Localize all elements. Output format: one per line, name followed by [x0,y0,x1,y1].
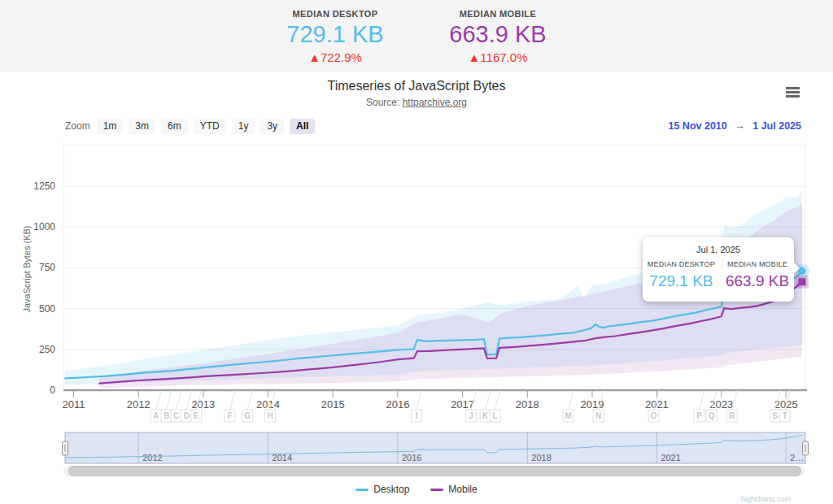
httparchive-timeseries-page: MEDIAN DESKTOP 729.1 KB ▲722.9% MEDIAN M… [0,0,833,504]
x-axis-tick-label: 2018 [516,398,539,411]
svg-text:I: I [416,411,418,420]
tooltip-value: 663.9 KB [726,272,789,290]
tooltip-desktop-col: MEDIAN DESKTOP 729.1 KB [648,260,715,290]
svg-text:D: D [184,411,190,420]
svg-text:N: N [595,411,601,420]
x-axis-tick-label: 2011 [62,398,85,411]
svg-text:E: E [194,411,199,420]
x-axis-tick-label: 2017 [451,398,474,411]
svg-text:S: S [772,411,778,420]
legend-item-desktop[interactable]: Desktop [355,484,409,495]
chart-legend: DesktopMobile [0,484,833,495]
y-axis-tick-label: 1250 [33,180,55,192]
x-axis-tick-label: 2015 [321,398,345,411]
y-axis-tick-label: 0 [50,385,55,396]
svg-text:K: K [482,411,489,420]
svg-text:H: H [267,411,273,420]
tooltip-date: Jul 1, 2025 [643,245,794,254]
y-axis-tick-label: 1000 [33,221,55,232]
svg-text:J: J [469,411,473,420]
highcharts-credit-link[interactable]: highcharts.com [741,495,791,503]
tooltip-label: MEDIAN MOBILE [726,260,789,268]
chart-tooltip: Jul 1, 2025 MEDIAN DESKTOP 729.1 KB MEDI… [643,237,794,302]
svg-text:O: O [651,411,657,420]
marker-mobile-point[interactable] [799,278,806,285]
x-axis-tick-label: 2019 [581,398,604,411]
y-axis-tick-label: 750 [39,262,55,273]
svg-text:F: F [228,411,233,420]
tooltip-value: 729.1 KB [648,272,715,290]
svg-text:C: C [173,411,179,420]
y-axis-tick-label: 500 [39,303,55,315]
legend-line-swatch [430,489,443,491]
x-axis-tick-label: 2012 [127,398,150,411]
navigator-year-label: 2… [790,453,804,463]
legend-line-swatch [355,489,369,491]
svg-text:Q: Q [709,411,715,420]
tooltip-columns: MEDIAN DESKTOP 729.1 KB MEDIAN MOBILE 66… [643,260,794,290]
svg-text:R: R [729,411,735,420]
scrollbar-thumb[interactable] [68,466,801,476]
x-axis-tick-label: 2021 [645,398,669,411]
x-axis-tick-label: 2016 [386,398,409,411]
legend-label: Mobile [448,484,477,495]
y-axis-tick-label: 250 [39,344,55,355]
svg-text:M: M [565,411,571,420]
svg-text:L: L [493,411,498,420]
legend-item-mobile[interactable]: Mobile [430,484,477,495]
svg-text:G: G [244,411,251,420]
tooltip-mobile-col: MEDIAN MOBILE 663.9 KB [726,260,789,290]
svg-text:T: T [783,411,787,420]
svg-text:P: P [696,411,702,420]
navigator[interactable]: 201220142016201820212… [63,432,809,463]
navigator-year-label: 2016 [402,453,421,463]
navigator-year-label: 2012 [142,453,162,463]
x-axis: 2011201220132014201520162017201820192021… [62,390,807,411]
x-axis-tick-label: 2014 [256,398,280,411]
navigator-year-label: 2018 [531,453,551,463]
svg-text:A: A [153,411,159,420]
tooltip-label: MEDIAN DESKTOP [648,260,715,268]
navigator-year-label: 2021 [661,453,680,463]
x-axis-tick-label: 2013 [191,398,215,411]
svg-text:B: B [164,411,169,420]
legend-label: Desktop [373,484,409,495]
tooltip-callout-arrow [793,262,800,275]
